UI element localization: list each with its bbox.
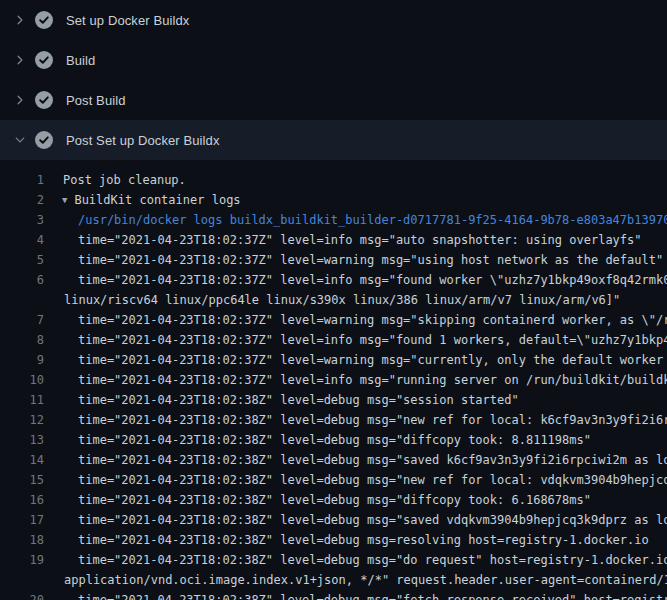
step-header-post-setup-docker-buildx[interactable]: Post Set up Docker Buildx xyxy=(0,120,667,160)
log-line: 11 time="2021-04-23T18:02:38Z" level=deb… xyxy=(0,390,667,410)
log-line-text: time="2021-04-23T18:02:37Z" level=info m… xyxy=(44,270,667,290)
workflow-log-viewer: Set up Docker Buildx Build Post Build xyxy=(0,0,667,600)
log-line: 6 time="2021-04-23T18:02:37Z" level=info… xyxy=(0,270,667,290)
log-line-continuation: application/vnd.oci.image.index.v1+json,… xyxy=(0,570,667,590)
log-line-text: time="2021-04-23T18:02:38Z" level=debug … xyxy=(44,530,649,550)
log-line-text: time="2021-04-23T18:02:38Z" level=debug … xyxy=(44,510,667,530)
step-header-build[interactable]: Build xyxy=(0,40,667,80)
log-line: 8 time="2021-04-23T18:02:37Z" level=info… xyxy=(0,330,667,350)
log-line: 15 time="2021-04-23T18:02:38Z" level=deb… xyxy=(0,470,667,490)
log-line-text: /usr/bin/docker logs buildx_buildkit_bui… xyxy=(44,210,667,230)
chevron-right-icon xyxy=(14,54,26,66)
chevron-down-icon xyxy=(14,134,26,146)
check-circle-icon xyxy=(35,51,53,69)
log-line-text: time="2021-04-23T18:02:38Z" level=debug … xyxy=(44,550,667,570)
check-circle-icon xyxy=(35,91,53,109)
log-line-text: time="2021-04-23T18:02:38Z" level=debug … xyxy=(44,390,519,410)
chevron-right-icon xyxy=(14,94,26,106)
log-line-number[interactable]: 13 xyxy=(0,430,44,450)
log-line-number[interactable]: 7 xyxy=(0,310,44,330)
check-circle-icon xyxy=(35,11,53,29)
log-line: 16 time="2021-04-23T18:02:38Z" level=deb… xyxy=(0,490,667,510)
log-line-text: time="2021-04-23T18:02:38Z" level=debug … xyxy=(44,490,591,510)
step-label: Post Build xyxy=(66,93,126,108)
log-line: 1 Post job cleanup. xyxy=(0,170,667,190)
log-line: 17 time="2021-04-23T18:02:38Z" level=deb… xyxy=(0,510,667,530)
log-line: 19 time="2021-04-23T18:02:38Z" level=deb… xyxy=(0,550,667,570)
chevron-right-icon xyxy=(14,14,26,26)
log-line: 7 time="2021-04-23T18:02:37Z" level=warn… xyxy=(0,310,667,330)
log-line-number[interactable]: 14 xyxy=(0,450,44,470)
log-line-number[interactable]: 5 xyxy=(0,250,44,270)
log-line-text: time="2021-04-23T18:02:37Z" level=warnin… xyxy=(44,350,667,370)
step-label: Build xyxy=(66,53,95,68)
log-line: 5 time="2021-04-23T18:02:37Z" level=warn… xyxy=(0,250,667,270)
log-line-command: 3 /usr/bin/docker logs buildx_buildkit_b… xyxy=(0,210,667,230)
log-line-number xyxy=(0,290,44,310)
log-line-number[interactable]: 17 xyxy=(0,510,44,530)
log-line-number[interactable]: 11 xyxy=(0,390,44,410)
check-circle-icon xyxy=(35,131,53,149)
log-line-text: application/vnd.oci.image.index.v1+json,… xyxy=(44,570,667,590)
log-line-number xyxy=(0,570,44,590)
log-line: 20 time="2021-04-23T18:02:38Z" level=deb… xyxy=(0,590,667,600)
log-line: 14 time="2021-04-23T18:02:38Z" level=deb… xyxy=(0,450,667,470)
log-line-number[interactable]: 9 xyxy=(0,350,44,370)
log-line-text: Post job cleanup. xyxy=(44,170,186,190)
log-line-number[interactable]: 2 xyxy=(0,190,44,210)
log-line: 10 time="2021-04-23T18:02:37Z" level=inf… xyxy=(0,370,667,390)
log-line-number[interactable]: 12 xyxy=(0,410,44,430)
log-line: 18 time="2021-04-23T18:02:38Z" level=deb… xyxy=(0,530,667,550)
log-line-number[interactable]: 19 xyxy=(0,550,44,570)
step-header-post-build[interactable]: Post Build xyxy=(0,80,667,120)
step-label: Post Set up Docker Buildx xyxy=(66,133,220,148)
log-line-text: time="2021-04-23T18:02:38Z" level=debug … xyxy=(44,470,667,490)
log-line-text: linux/riscv64 linux/ppc64le linux/s390x … xyxy=(44,290,620,310)
log-line-text: time="2021-04-23T18:02:37Z" level=info m… xyxy=(44,370,667,390)
log-line-number[interactable]: 4 xyxy=(0,230,44,250)
log-line-text: time="2021-04-23T18:02:38Z" level=debug … xyxy=(44,430,591,450)
log-line-number[interactable]: 6 xyxy=(0,270,44,290)
log-line: 4 time="2021-04-23T18:02:37Z" level=info… xyxy=(0,230,667,250)
triangle-down-icon[interactable]: ▼ xyxy=(44,190,67,210)
log-group-title: BuildKit container logs xyxy=(67,190,240,210)
log-line-number[interactable]: 15 xyxy=(0,470,44,490)
log-line-text: time="2021-04-23T18:02:37Z" level=warnin… xyxy=(44,250,663,270)
log-line-number[interactable]: 18 xyxy=(0,530,44,550)
log-line-text: time="2021-04-23T18:02:38Z" level=debug … xyxy=(44,410,667,430)
log-line-text: time="2021-04-23T18:02:37Z" level=warnin… xyxy=(44,310,667,330)
log-line-text: time="2021-04-23T18:02:37Z" level=info m… xyxy=(44,330,667,350)
log-line-text: time="2021-04-23T18:02:37Z" level=info m… xyxy=(44,230,642,250)
log-output: 1 Post job cleanup. 2 ▼ BuildKit contain… xyxy=(0,160,667,600)
step-label: Set up Docker Buildx xyxy=(66,13,189,28)
log-line-continuation: linux/riscv64 linux/ppc64le linux/s390x … xyxy=(0,290,667,310)
log-line-number[interactable]: 3 xyxy=(0,210,44,230)
log-line-number[interactable]: 20 xyxy=(0,590,44,600)
log-line: 9 time="2021-04-23T18:02:37Z" level=warn… xyxy=(0,350,667,370)
log-line-number[interactable]: 1 xyxy=(0,170,44,190)
log-line-number[interactable]: 10 xyxy=(0,370,44,390)
log-line-text: time="2021-04-23T18:02:38Z" level=debug … xyxy=(44,590,667,600)
log-line: 12 time="2021-04-23T18:02:38Z" level=deb… xyxy=(0,410,667,430)
step-list: Set up Docker Buildx Build Post Build xyxy=(0,0,667,160)
log-line-text: time="2021-04-23T18:02:38Z" level=debug … xyxy=(44,450,667,470)
log-group-header[interactable]: 2 ▼ BuildKit container logs xyxy=(0,190,667,210)
step-header-setup-docker-buildx[interactable]: Set up Docker Buildx xyxy=(0,0,667,40)
log-line: 13 time="2021-04-23T18:02:38Z" level=deb… xyxy=(0,430,667,450)
log-line-number[interactable]: 16 xyxy=(0,490,44,510)
log-line-number[interactable]: 8 xyxy=(0,330,44,350)
